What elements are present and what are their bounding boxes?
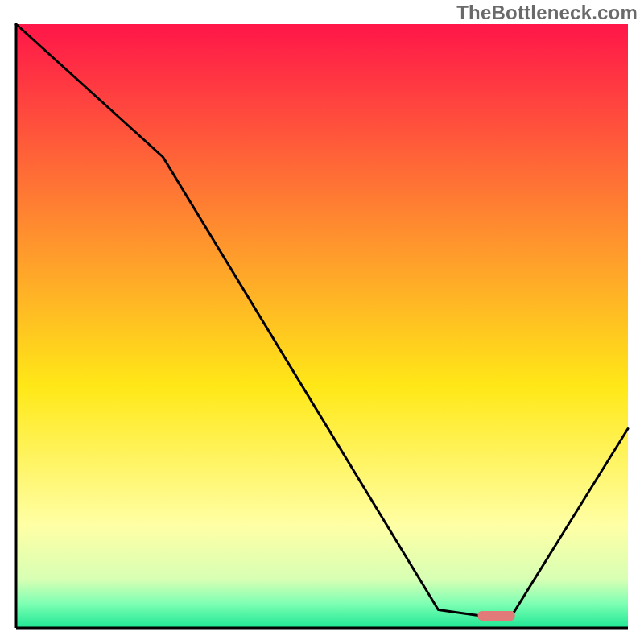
optimal-marker: [478, 611, 515, 621]
bottleneck-chart: TheBottleneck.com: [0, 0, 644, 644]
plot-svg: [0, 0, 644, 644]
plot-background: [16, 24, 628, 628]
